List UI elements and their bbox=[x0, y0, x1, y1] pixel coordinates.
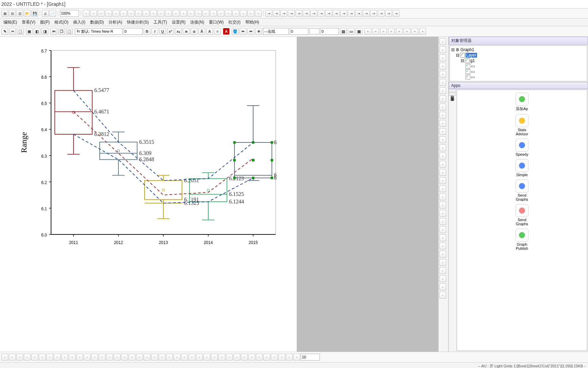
tool-icon-14[interactable]: ▫ bbox=[187, 10, 194, 17]
side-tool-26[interactable]: ▫ bbox=[439, 251, 446, 258]
bottom-tool-28[interactable]: ▫ bbox=[211, 354, 218, 361]
app-6[interactable]: Graph Publish bbox=[512, 229, 532, 250]
cut-icon[interactable]: ✄ bbox=[50, 28, 57, 35]
bottom-tool-33[interactable]: ▫ bbox=[248, 354, 255, 361]
app-2[interactable]: Speedy bbox=[512, 139, 532, 156]
bottom-tool-35[interactable]: ▫ bbox=[263, 354, 270, 361]
app-5[interactable]: Send Graphs bbox=[512, 204, 532, 226]
bold-button[interactable]: B bbox=[144, 28, 150, 35]
axis-tool-icon-1[interactable]: ⇥ bbox=[273, 10, 280, 17]
bottom-tool-7[interactable]: ▫ bbox=[54, 354, 61, 361]
bottom-tool-6[interactable]: ▫ bbox=[46, 354, 53, 361]
axis-tool-icon-9[interactable]: ⇥ bbox=[333, 10, 340, 17]
new-folder-icon[interactable]: ▤ bbox=[9, 10, 16, 17]
paste-icon[interactable]: 📋 bbox=[66, 28, 73, 35]
side-tool-30[interactable]: ▫ bbox=[439, 283, 446, 290]
bottom-tool-8[interactable]: ▫ bbox=[61, 354, 68, 361]
bottom-tool-22[interactable]: ▫ bbox=[166, 354, 173, 361]
new-graph-icon[interactable]: ▥ bbox=[16, 10, 23, 17]
menu-11[interactable]: 窗口(W) bbox=[207, 19, 226, 26]
font-size-combo[interactable] bbox=[124, 28, 143, 35]
menu-4[interactable]: 插入(I) bbox=[71, 19, 87, 26]
bottom-tool-4[interactable]: ▫ bbox=[31, 354, 38, 361]
pdf-icon[interactable]: 📄 bbox=[49, 10, 56, 17]
apps-tab-connectors[interactable]: 连接器 bbox=[449, 92, 456, 96]
side-tool-29[interactable]: ▫ bbox=[439, 275, 446, 282]
tool-layer-2[interactable]: ◧ bbox=[34, 28, 40, 35]
tool-icon-1[interactable]: ▫ bbox=[90, 10, 97, 17]
side-tool-31[interactable]: ▫ bbox=[439, 292, 446, 298]
bottom-tool-10[interactable]: ▫ bbox=[76, 354, 83, 361]
bottom-tool-15[interactable]: ▫ bbox=[114, 354, 120, 361]
tool-icon-19[interactable]: ▫ bbox=[225, 10, 232, 17]
align-tool-0[interactable]: ▫ bbox=[364, 28, 371, 35]
sup-button[interactable]: x² bbox=[167, 28, 174, 35]
bottom-tool-25[interactable]: ▫ bbox=[189, 354, 195, 361]
strike-button[interactable]: x̶ bbox=[183, 28, 190, 35]
tool-layer-1[interactable]: ▣ bbox=[26, 28, 33, 35]
menu-7[interactable]: 快捷分析(S) bbox=[125, 19, 151, 26]
align-tool-1[interactable]: ▫ bbox=[372, 28, 379, 35]
tool-icon-20[interactable]: ▫ bbox=[232, 10, 239, 17]
side-tool-10[interactable]: ▫ bbox=[439, 120, 446, 127]
bottom-tool-13[interactable]: ▫ bbox=[99, 354, 105, 361]
align-tool-3[interactable]: ▫ bbox=[388, 28, 395, 35]
tool-icon-6[interactable]: ▫ bbox=[128, 10, 134, 17]
tool-icon-0[interactable]: ▫ bbox=[83, 10, 89, 17]
align-tool-4[interactable]: ▫ bbox=[396, 28, 403, 35]
new-project-icon[interactable]: ▦ bbox=[1, 10, 8, 17]
menu-0[interactable]: 编辑(E) bbox=[1, 19, 19, 26]
bottom-tool-14[interactable]: ▫ bbox=[106, 354, 113, 361]
tool-icon-3[interactable]: ▫ bbox=[105, 10, 112, 17]
bottom-tool-11[interactable]: ▫ bbox=[84, 354, 91, 361]
bottom-tool-0[interactable]: ▫ bbox=[1, 354, 8, 361]
open-icon[interactable]: 📂 bbox=[24, 10, 31, 17]
bottom-tool-19[interactable]: ▫ bbox=[144, 354, 150, 361]
tool-icon-22[interactable]: ▫ bbox=[247, 10, 254, 17]
side-tool-15[interactable]: ▫ bbox=[439, 161, 446, 168]
side-tool-22[interactable]: ▫ bbox=[439, 218, 446, 225]
bottom-tool-23[interactable]: ▫ bbox=[174, 354, 180, 361]
bottom-tool-24[interactable]: ▫ bbox=[181, 354, 188, 361]
aa-button[interactable]: Å bbox=[198, 28, 205, 35]
side-tool-9[interactable]: ▫ bbox=[439, 112, 446, 119]
line-style-combo[interactable] bbox=[263, 28, 289, 35]
side-tool-0[interactable]: ▫ bbox=[439, 38, 446, 45]
axis-tool-icon-6[interactable]: ⇥ bbox=[310, 10, 317, 17]
app-1[interactable]: Stats Advisor bbox=[512, 114, 532, 136]
side-tool-7[interactable]: ▫ bbox=[439, 95, 446, 102]
app-3[interactable]: Simple bbox=[512, 159, 532, 177]
align-icon[interactable]: ≡ bbox=[214, 28, 221, 35]
app-0[interactable]: 添加Ap bbox=[512, 93, 532, 111]
side-tool-5[interactable]: ▫ bbox=[439, 79, 446, 86]
axis-tool-icon-16[interactable]: ⇥ bbox=[385, 10, 392, 17]
tool-edit-2[interactable]: ✂ bbox=[9, 28, 16, 35]
axis-tool-icon-13[interactable]: ⇥ bbox=[363, 10, 370, 17]
side-tool-4[interactable]: ▫ bbox=[439, 71, 446, 78]
tool-edit-1[interactable]: ✎ bbox=[1, 28, 8, 35]
side-tool-1[interactable]: ▫ bbox=[439, 46, 446, 53]
object-tree[interactable]: ⊟ 🗎 Graph1 ⊟ Layer ⊟ g1 ▭ ▭ ▭ bbox=[450, 45, 587, 81]
side-tool-17[interactable]: ▫ bbox=[439, 177, 446, 184]
bottom-tool-18[interactable]: ▫ bbox=[136, 354, 143, 361]
align-tool-5[interactable]: ▫ bbox=[404, 28, 410, 35]
side-tool-12[interactable]: ▫ bbox=[439, 136, 446, 143]
bottom-num-combo[interactable] bbox=[301, 354, 320, 361]
sub-button[interactable]: x₂ bbox=[175, 28, 182, 35]
axis-tool-icon-5[interactable]: ⇥ bbox=[303, 10, 310, 17]
bottom-tool-39[interactable]: ▫ bbox=[293, 354, 300, 361]
menu-9[interactable]: 设置(R) bbox=[170, 19, 188, 26]
alpha-button[interactable]: ɑ bbox=[191, 28, 197, 35]
side-tool-20[interactable]: ▫ bbox=[439, 202, 446, 209]
axis-tool-icon-12[interactable]: ⇥ bbox=[355, 10, 362, 17]
tool-icon-13[interactable]: ▫ bbox=[180, 10, 187, 17]
italic-button[interactable]: I bbox=[151, 28, 158, 35]
bottom-tool-26[interactable]: ▫ bbox=[196, 354, 203, 361]
menu-6[interactable]: 分析(A) bbox=[107, 19, 124, 26]
tool-icon-8[interactable]: ▫ bbox=[143, 10, 149, 17]
box-plot[interactable]: 6.06.16.26.36.46.56.66.7Range20112012201… bbox=[20, 44, 286, 275]
menu-1[interactable]: 查看(V) bbox=[20, 19, 37, 26]
tool-icon-17[interactable]: ▫ bbox=[210, 10, 217, 17]
bottom-tool-29[interactable]: ▫ bbox=[218, 354, 225, 361]
axis-tool-icon-7[interactable]: ⇥ bbox=[318, 10, 325, 17]
